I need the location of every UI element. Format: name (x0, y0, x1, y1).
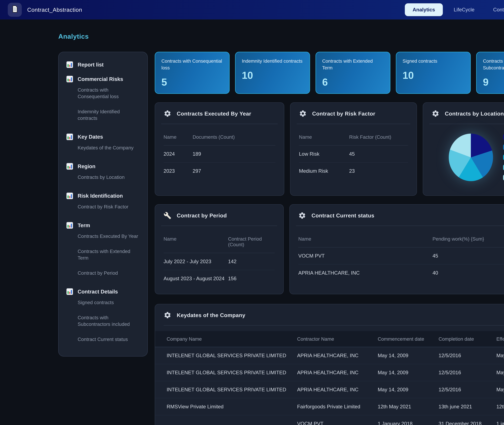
keydates-table: Company NameContractor NameCommencement … (155, 331, 504, 425)
stat-card-value: 6 (322, 76, 384, 88)
legend-swatch (503, 144, 504, 150)
card-title: Contract Current status (311, 212, 374, 219)
divider (429, 124, 504, 124)
nav-tab-contracts[interactable]: Contracts (485, 3, 504, 16)
sidebar-section-key-dates[interactable]: Key Dates (66, 133, 142, 140)
by-period-table: NameContract Period (Count)July 2022 - J… (164, 236, 275, 287)
table-cell: 156 (228, 276, 237, 281)
card-contract-by-risk-factor: Contract by Risk Factor NameRisk Factor … (290, 102, 417, 196)
table-cell: 142 (228, 259, 237, 264)
sidebar-item-contract-by-period[interactable]: Contract by Period (66, 266, 142, 281)
current-status-table: NamePending work(%) {Sum}VOCM PVT45APRIA… (298, 236, 504, 281)
legend-item-canada: Canada (503, 175, 504, 180)
table-row: INTELENET GLOBAL SERVICES PRIVATE LIMITE… (155, 347, 504, 364)
gear-icon (299, 110, 307, 117)
divider (297, 124, 410, 124)
sidebar-section-label: Contract Details (78, 289, 118, 295)
sidebar-item-indemnity-identified-contracts[interactable]: Indemnity Identified contracts (66, 104, 142, 126)
sidebar-section-region[interactable]: Region (66, 163, 142, 170)
stat-card-signed-contracts: Signed contracts10 (396, 52, 471, 94)
stat-card-contracts-with-consequential-loss: Contracts with Consequential loss5 (155, 52, 230, 94)
table-cell: May 14, 2009 (378, 387, 439, 392)
top-nav: AnalyticsLifeCycleContractsKeydata (405, 3, 504, 16)
bar-chart-icon (66, 61, 73, 68)
table-cell: Fairforgoods Private Limited (297, 404, 378, 410)
sidebar-section-commercial-risks[interactable]: Commercial Risks (66, 76, 142, 82)
column-header: Effective date (496, 336, 504, 342)
table-cell: 31 December 2018 (439, 421, 496, 425)
page-body: Report listCommercial RisksContracts wit… (0, 43, 504, 425)
card-header: Contract by Risk Factor (299, 110, 408, 117)
sidebar-section-contract-details[interactable]: Contract Details (66, 288, 142, 295)
table-row: INTELENET GLOBAL SERVICES PRIVATE LIMITE… (155, 381, 504, 398)
card-title: Keydates of the Company (177, 312, 246, 318)
table-cell: 40 (433, 270, 438, 276)
legend-item-europe: Europe (503, 154, 504, 160)
table-cell: VOCM PVT (297, 421, 378, 425)
app-title: Contract_Abstraction (27, 7, 82, 13)
sidebar-section-risk-identification[interactable]: Risk Identification (66, 193, 142, 199)
table-cell: APRIA HEALTHCARE, INC (298, 270, 433, 276)
table-cell: INTELENET GLOBAL SERVICES PRIVATE LIMITE… (167, 352, 297, 359)
sidebar-item-contract-current-status[interactable]: Contract Current status (66, 332, 142, 347)
card-keydates-of-the-company: Keydates of the Company Company NameCont… (155, 304, 504, 425)
bar-chart-icon (66, 133, 73, 140)
table-cell: INTELENET GLOBAL SERVICES PRIVATE LIMITE… (167, 387, 297, 392)
table-header-row: NameContract Period (Count) (164, 236, 275, 253)
table-cell: May 14, 2009 (496, 352, 504, 359)
table-cell: APRIA HEALTHCARE, INC (297, 370, 378, 375)
column-header: Contractor Name (297, 336, 378, 342)
column-header: Risk Factor (Count) (349, 134, 391, 140)
sidebar-item-contracts-by-location[interactable]: Contracts by Location (66, 170, 142, 185)
stat-card-value: 9 (483, 76, 504, 88)
nav-tab-lifecycle[interactable]: LifeCycle (446, 3, 482, 16)
sidebar-item-contracts-with-extended-term[interactable]: Contracts with Extended Term (66, 244, 142, 266)
sidebar-item-contract-by-risk-factor[interactable]: Contract by Risk Factor (66, 199, 142, 214)
gear-icon (298, 212, 306, 219)
table-cell: 45 (349, 151, 355, 157)
table-cell: APRIA HEALTHCARE, INC (297, 387, 378, 392)
sidebar-item-keydates-of-the-company[interactable]: Keydates of the Company (66, 140, 142, 155)
sidebar-item-contracts-with-consequential-loss[interactable]: Contracts with Consequential loss (66, 82, 142, 104)
wrench-icon (164, 212, 171, 219)
divider (161, 226, 277, 226)
stat-card-indemnity-identified-contracts: Indemnity Identified contracts10 (235, 52, 310, 94)
card-header: Contracts Executed By Year (164, 110, 276, 117)
table-cell: 297 (193, 168, 201, 174)
nav-tab-analytics[interactable]: Analytics (405, 3, 443, 16)
sidebar-section-term[interactable]: Term (66, 222, 142, 229)
sidebar-section-label: Commercial Risks (78, 76, 123, 82)
sidebar-item-signed-contracts[interactable]: Signed contracts (66, 295, 142, 310)
card-contracts-by-location: Contracts by Location USAUAEEuropeAPACCa… (423, 102, 504, 196)
app-logo[interactable] (8, 3, 22, 17)
stat-card-value: 5 (161, 76, 223, 88)
card-title: Contract by Period (177, 212, 227, 219)
sidebar-section-label: Report list (78, 62, 103, 68)
stat-card-contracts-with-subcontractors-included: Contracts with Subcontractors included9 (476, 52, 504, 94)
sidebar-item-contracts-executed-by-year[interactable]: Contracts Executed By Year (66, 229, 142, 244)
column-header: Contract Period (Count) (228, 236, 275, 247)
sidebar-section-label: Risk Identification (78, 193, 123, 199)
document-icon (11, 5, 19, 14)
card-header: Contracts by Location (432, 110, 504, 117)
sidebar-section-label: Region (78, 163, 95, 169)
bar-chart-icon (66, 163, 73, 170)
sidebar-item-contracts-with-subcontractors-included[interactable]: Contracts with Subcontractors included (66, 310, 142, 332)
table-cell: 12th May 2021 (378, 404, 439, 410)
stat-card-label: Contracts with Subcontractors included (483, 58, 504, 71)
table-cell: VOCM PVT (298, 253, 433, 259)
pie-legend: USAUAEEuropeAPACCanada (503, 134, 504, 180)
card-title: Contracts by Location (445, 110, 504, 117)
stat-card-label: Signed contracts (403, 58, 464, 65)
sidebar-section-report-list[interactable]: Report list (66, 61, 142, 68)
report-list-sidebar: Report listCommercial RisksContracts wit… (58, 52, 148, 357)
contract-abstraction-dashboard: Contract_Abstraction AnalyticsLifeCycleC… (0, 0, 504, 425)
legend-swatch (503, 175, 504, 180)
table-cell: 12th May 2021 (496, 404, 504, 410)
column-header: Name (164, 236, 228, 242)
executed-by-year-table: NameDocuments (Count)20241892023297 (164, 134, 276, 179)
card-title: Contract by Risk Factor (312, 110, 375, 117)
table-cell: RMSView Private Limited (167, 404, 297, 410)
table-row: Low Risk45 (299, 146, 408, 163)
table-cell: 1 January 2018 (378, 421, 439, 425)
